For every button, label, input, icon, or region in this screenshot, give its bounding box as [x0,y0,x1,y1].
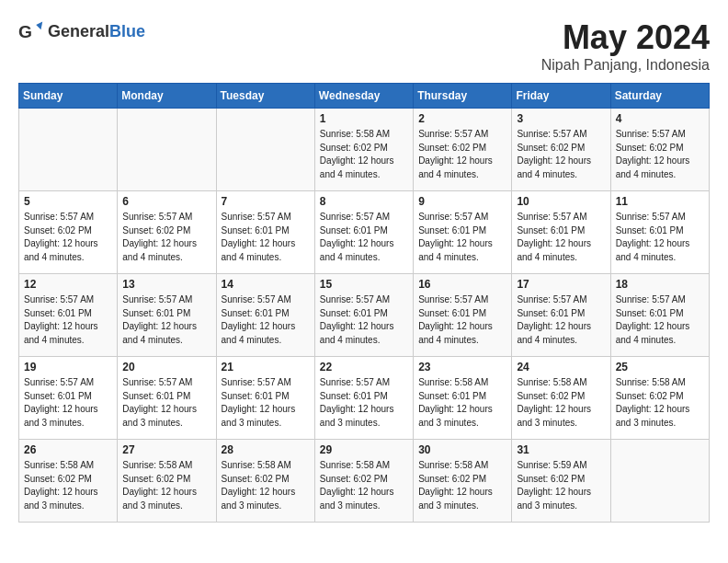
header: G GeneralBlue May 2024 Nipah Panjang, In… [18,18,710,74]
day-number: 10 [517,195,605,208]
day-info: Sunrise: 5:57 AM Sunset: 6:01 PM Dayligh… [122,293,210,347]
day-number: 6 [122,195,210,208]
day-number: 23 [418,361,506,373]
day-info: Sunrise: 5:57 AM Sunset: 6:01 PM Dayligh… [418,211,506,264]
calendar-cell: 6Sunrise: 5:57 AM Sunset: 6:02 PM Daylig… [118,191,216,274]
calendar-week-1: 1Sunrise: 5:58 AM Sunset: 6:02 PM Daylig… [19,109,710,191]
weekday-header-saturday: Saturday [610,84,709,109]
day-info: Sunrise: 5:59 AM Sunset: 6:02 PM Dayligh… [517,459,605,512]
day-number: 3 [517,112,605,125]
day-info: Sunrise: 5:57 AM Sunset: 6:01 PM Dayligh… [320,211,408,264]
day-number: 11 [616,195,704,208]
calendar-cell: 29Sunrise: 5:58 AM Sunset: 6:02 PM Dayli… [314,440,413,523]
day-info: Sunrise: 5:58 AM Sunset: 6:02 PM Dayligh… [320,459,408,512]
calendar-cell: 18Sunrise: 5:57 AM Sunset: 6:01 PM Dayli… [610,274,709,357]
day-number: 29 [320,443,408,456]
day-info: Sunrise: 5:57 AM Sunset: 6:01 PM Dayligh… [222,376,310,430]
logo-icon: G [18,18,44,44]
day-number: 12 [24,278,112,291]
calendar-cell: 7Sunrise: 5:57 AM Sunset: 6:01 PM Daylig… [216,191,314,274]
calendar-cell: 13Sunrise: 5:57 AM Sunset: 6:01 PM Dayli… [118,274,216,357]
calendar-cell: 26Sunrise: 5:58 AM Sunset: 6:02 PM Dayli… [19,440,118,523]
calendar-cell: 9Sunrise: 5:57 AM Sunset: 6:01 PM Daylig… [414,191,512,274]
day-info: Sunrise: 5:57 AM Sunset: 6:01 PM Dayligh… [517,293,605,347]
day-number: 16 [418,278,506,291]
calendar-cell: 31Sunrise: 5:59 AM Sunset: 6:02 PM Dayli… [512,440,610,523]
location-title: Nipah Panjang, Indonesia [541,57,710,74]
day-number: 15 [320,278,408,291]
calendar-cell: 15Sunrise: 5:57 AM Sunset: 6:01 PM Dayli… [314,274,413,357]
day-number: 24 [517,361,605,373]
day-info: Sunrise: 5:57 AM Sunset: 6:02 PM Dayligh… [122,211,210,264]
day-number: 17 [517,278,605,291]
day-number: 8 [320,195,408,208]
day-number: 30 [418,443,506,456]
calendar-week-5: 26Sunrise: 5:58 AM Sunset: 6:02 PM Dayli… [19,440,710,523]
day-info: Sunrise: 5:57 AM Sunset: 6:01 PM Dayligh… [24,293,112,347]
calendar-cell: 5Sunrise: 5:57 AM Sunset: 6:02 PM Daylig… [19,191,118,274]
calendar-week-2: 5Sunrise: 5:57 AM Sunset: 6:02 PM Daylig… [19,191,710,274]
day-info: Sunrise: 5:58 AM Sunset: 6:02 PM Dayligh… [122,459,210,512]
calendar-cell: 20Sunrise: 5:57 AM Sunset: 6:01 PM Dayli… [118,357,216,440]
day-number: 2 [418,112,506,125]
calendar-week-3: 12Sunrise: 5:57 AM Sunset: 6:01 PM Dayli… [19,274,710,357]
day-number: 26 [24,443,112,456]
logo-general-text: General [48,22,109,40]
weekday-header-friday: Friday [512,84,610,109]
day-info: Sunrise: 5:57 AM Sunset: 6:02 PM Dayligh… [616,128,704,181]
day-number: 13 [122,278,210,291]
day-number: 27 [122,443,210,456]
calendar-cell: 21Sunrise: 5:57 AM Sunset: 6:01 PM Dayli… [216,357,314,440]
day-number: 21 [222,361,310,373]
day-info: Sunrise: 5:57 AM Sunset: 6:01 PM Dayligh… [222,211,310,264]
calendar-cell: 8Sunrise: 5:57 AM Sunset: 6:01 PM Daylig… [314,191,413,274]
day-number: 18 [616,278,704,291]
calendar-cell [610,440,709,523]
day-number: 31 [517,443,605,456]
day-info: Sunrise: 5:57 AM Sunset: 6:02 PM Dayligh… [517,128,605,181]
day-number: 9 [418,195,506,208]
day-info: Sunrise: 5:57 AM Sunset: 6:01 PM Dayligh… [616,293,704,347]
calendar-cell: 11Sunrise: 5:57 AM Sunset: 6:01 PM Dayli… [610,191,709,274]
logo-blue-text: Blue [109,22,145,40]
day-number: 25 [616,361,704,373]
day-info: Sunrise: 5:58 AM Sunset: 6:01 PM Dayligh… [418,376,506,430]
day-info: Sunrise: 5:57 AM Sunset: 6:01 PM Dayligh… [222,293,310,347]
day-number: 1 [320,112,408,125]
calendar-week-4: 19Sunrise: 5:57 AM Sunset: 6:01 PM Dayli… [19,357,710,440]
weekday-header-thursday: Thursday [414,84,512,109]
day-info: Sunrise: 5:57 AM Sunset: 6:01 PM Dayligh… [320,376,408,430]
day-number: 20 [122,361,210,373]
day-info: Sunrise: 5:58 AM Sunset: 6:02 PM Dayligh… [616,376,704,430]
day-number: 14 [222,278,310,291]
calendar-cell: 10Sunrise: 5:57 AM Sunset: 6:01 PM Dayli… [512,191,610,274]
weekday-header-monday: Monday [118,84,216,109]
calendar-cell: 1Sunrise: 5:58 AM Sunset: 6:02 PM Daylig… [314,109,413,191]
weekday-header-sunday: Sunday [19,84,118,109]
day-info: Sunrise: 5:57 AM Sunset: 6:01 PM Dayligh… [24,376,112,430]
calendar-cell: 24Sunrise: 5:58 AM Sunset: 6:02 PM Dayli… [512,357,610,440]
month-title: May 2024 [541,18,710,57]
calendar-cell: 16Sunrise: 5:57 AM Sunset: 6:01 PM Dayli… [414,274,512,357]
weekday-header-row: SundayMondayTuesdayWednesdayThursdayFrid… [19,84,710,109]
title-area: May 2024 Nipah Panjang, Indonesia [541,18,710,74]
calendar-cell: 27Sunrise: 5:58 AM Sunset: 6:02 PM Dayli… [118,440,216,523]
day-info: Sunrise: 5:57 AM Sunset: 6:02 PM Dayligh… [24,211,112,264]
day-number: 4 [616,112,704,125]
day-info: Sunrise: 5:57 AM Sunset: 6:01 PM Dayligh… [320,293,408,347]
day-info: Sunrise: 5:58 AM Sunset: 6:02 PM Dayligh… [24,459,112,512]
calendar-cell: 25Sunrise: 5:58 AM Sunset: 6:02 PM Dayli… [610,357,709,440]
calendar-cell: 28Sunrise: 5:58 AM Sunset: 6:02 PM Dayli… [216,440,314,523]
calendar-cell [118,109,216,191]
day-info: Sunrise: 5:57 AM Sunset: 6:01 PM Dayligh… [122,376,210,430]
day-number: 28 [222,443,310,456]
day-info: Sunrise: 5:58 AM Sunset: 6:02 PM Dayligh… [222,459,310,512]
calendar-table: SundayMondayTuesdayWednesdayThursdayFrid… [18,83,710,523]
calendar-cell: 14Sunrise: 5:57 AM Sunset: 6:01 PM Dayli… [216,274,314,357]
svg-text:G: G [18,22,32,41]
calendar-cell: 23Sunrise: 5:58 AM Sunset: 6:01 PM Dayli… [414,357,512,440]
calendar-cell [216,109,314,191]
calendar-cell: 17Sunrise: 5:57 AM Sunset: 6:01 PM Dayli… [512,274,610,357]
day-info: Sunrise: 5:57 AM Sunset: 6:01 PM Dayligh… [616,211,704,264]
day-number: 19 [24,361,112,373]
